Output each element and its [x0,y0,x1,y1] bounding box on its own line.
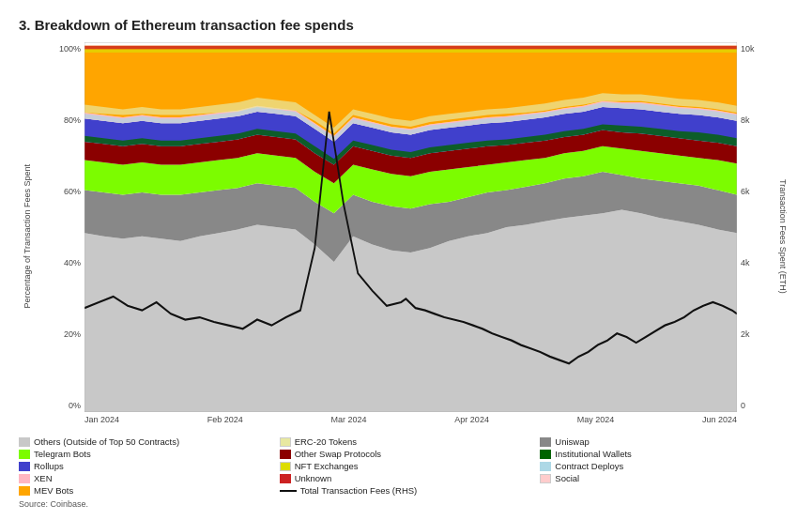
legend-swatch-telegram [19,450,30,459]
chart-inner: Jan 2024 Feb 2024 Mar 2024 Apr 2024 May … [84,42,737,431]
legend-item-total-fees: Total Transaction Fees (RHS) [280,485,533,496]
legend-item-institutional: Institutional Wallets [540,449,793,459]
x-tick-jun: Jun 2024 [702,415,737,431]
svg-container [84,42,737,412]
y-left-tick-0: 100% [59,44,81,54]
y-left-tick-5: 0% [69,401,81,410]
y-left-tick-2: 60% [64,187,81,196]
legend-item-xen: XEN [19,473,272,483]
y-axis-left-label: Percentage of Transaction Fees Spent [23,164,32,309]
legend-item-mev: MEV Bots [19,485,272,496]
y-axis-left: 100% 80% 60% 40% 20% 0% [36,42,84,431]
legend-label-nft: NFT Exchanges [295,461,359,471]
legend-label-uniswap: Uniswap [555,436,589,447]
legend-item-other-swap: Other Swap Protocols [280,449,533,459]
y-right-tick-1: 8k [741,115,750,125]
legend-label-telegram: Telegram Bots [34,449,91,459]
y-right-tick-5: 0 [741,401,745,410]
legend-label-mev: MEV Bots [34,485,73,496]
legend-item-others: Others (Outside of Top 50 Contracts) [19,436,272,447]
legend-swatch-uniswap [540,437,551,447]
x-tick-mar: Mar 2024 [331,415,367,431]
page-title: 3. Breakdown of Ethereum transaction fee… [19,17,793,33]
legend-swatch-xen [19,474,30,483]
legend-swatch-nft [280,462,291,471]
legend-swatch-mev [19,486,30,496]
y-left-tick-4: 20% [64,329,81,339]
legend-item-nft: NFT Exchanges [280,461,533,471]
y-right-tick-4: 2k [741,329,750,339]
legend-label-social: Social [555,473,579,483]
x-tick-may: May 2024 [577,415,615,431]
legend-label-others: Others (Outside of Top 50 Contracts) [34,436,179,447]
legend-label-institutional: Institutional Wallets [555,449,632,459]
legend-swatch-unknown [280,474,291,483]
y-right-tick-2: 6k [741,187,750,196]
legend-label-unknown: Unknown [295,473,332,483]
legend-label-rollups: Rollups [34,461,64,471]
legend: Others (Outside of Top 50 Contracts) ERC… [19,436,793,496]
legend-swatch-total-fees [280,490,297,492]
legend-label-contract: Contract Deploys [555,461,623,471]
x-tick-apr: Apr 2024 [454,415,489,431]
y-axis-right-label: Transaction Fees Spent (ETH) [778,179,788,294]
y-right-tick-0: 10k [741,44,755,54]
legend-swatch-other-swap [280,450,291,459]
y-left-tick-1: 80% [64,115,81,125]
legend-label-xen: XEN [34,473,53,483]
legend-item-rollups: Rollups [19,461,272,471]
x-tick-jan: Jan 2024 [84,415,119,431]
y-right-tick-3: 4k [741,258,750,268]
legend-item-uniswap: Uniswap [540,436,793,447]
legend-item-social: Social [540,473,793,483]
chart-area: Percentage of Transaction Fees Spent 100… [19,42,793,431]
y-left-tick-3: 40% [64,258,81,268]
legend-swatch-social [540,474,551,483]
legend-swatch-institutional [540,450,551,459]
legend-swatch-rollups [19,462,30,471]
x-tick-feb: Feb 2024 [207,415,243,431]
y-axis-left-label-container: Percentage of Transaction Fees Spent [19,42,36,431]
legend-item-unknown: Unknown [280,473,533,483]
y-axis-right-label-container: Transaction Fees Spent (ETH) [773,42,793,431]
layer-unknown [84,46,737,50]
page-container: 3. Breakdown of Ethereum transaction fee… [0,0,812,520]
layer-nft [84,49,737,53]
legend-swatch-contract [540,462,551,471]
legend-label-erc20: ERC-20 Tokens [295,436,357,447]
legend-swatch-erc20 [280,437,291,447]
legend-label-other-swap: Other Swap Protocols [295,449,381,459]
legend-swatch-others [19,437,30,447]
source-label: Source: Coinbase. [19,499,793,509]
y-axis-right: 10k 8k 6k 4k 2k 0 [737,42,773,431]
legend-item-telegram: Telegram Bots [19,449,272,459]
legend-label-total-fees: Total Transaction Fees (RHS) [300,485,418,496]
legend-item-contract: Contract Deploys [540,461,793,471]
x-axis: Jan 2024 Feb 2024 Mar 2024 Apr 2024 May … [84,412,737,431]
chart-svg [84,42,737,412]
legend-item-erc20: ERC-20 Tokens [280,436,533,447]
